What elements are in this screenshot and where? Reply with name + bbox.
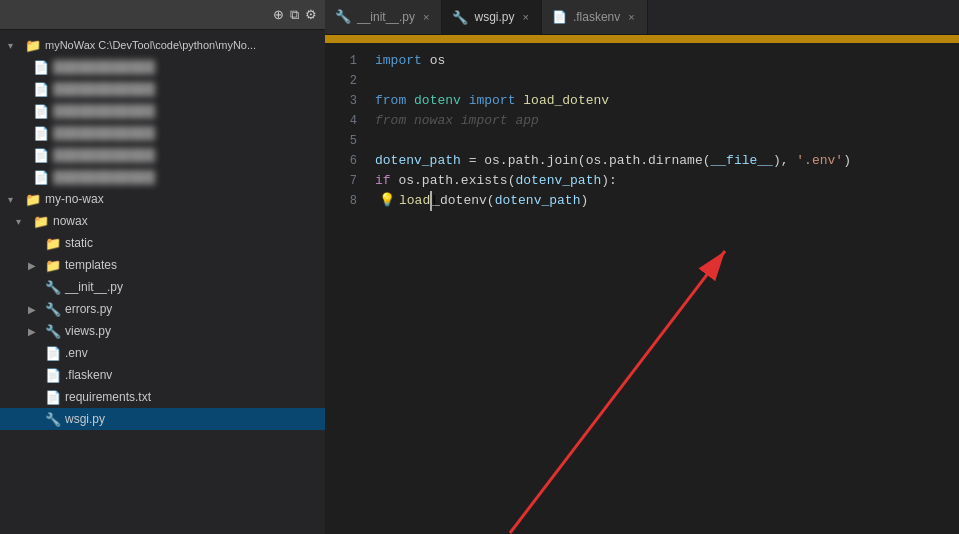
line-number-8: 8 <box>325 191 367 211</box>
tree-file-icon: 📁 <box>24 192 42 207</box>
tree-item-label: templates <box>65 258 117 272</box>
tree-item-wsgi[interactable]: 🔧wsgi.py <box>0 408 325 430</box>
tree-item-label: ████████████ <box>53 148 155 162</box>
tab-label: __init__.py <box>357 10 415 24</box>
tree-item-blur6[interactable]: 📄████████████ <box>0 166 325 188</box>
code-content[interactable]: import os from dotenv import load_dotenv… <box>367 43 959 534</box>
tree-file-icon: 📄 <box>32 104 50 119</box>
tab-icon: 📄 <box>552 10 567 24</box>
tree-item-label: ████████████ <box>53 60 155 74</box>
tree-item-my-no-wax[interactable]: ▾📁my-no-wax <box>0 188 325 210</box>
tree-file-icon: 📁 <box>44 236 62 251</box>
warning-banner <box>325 35 959 43</box>
tab-label: wsgi.py <box>474 10 514 24</box>
tab-icon: 🔧 <box>452 10 468 25</box>
tree-file-icon: 📄 <box>32 148 50 163</box>
tree-item-static[interactable]: 📁static <box>0 232 325 254</box>
tab-flaskenv[interactable]: 📄.flaskenv× <box>542 0 648 34</box>
split-icon[interactable]: ⧉ <box>290 7 299 23</box>
sidebar: ⊕ ⧉ ⚙ ▾📁myNoWax C:\DevTool\code\python\m… <box>0 0 325 534</box>
tree-item-errors[interactable]: ▶🔧errors.py <box>0 298 325 320</box>
tree-item-label: .env <box>65 346 88 360</box>
tree-item-blur1[interactable]: 📄████████████ <box>0 56 325 78</box>
tree-item-label: myNoWax C:\DevTool\code\python\myNo... <box>45 39 256 51</box>
tree-item-label: static <box>65 236 93 250</box>
line-numbers: 12345678 <box>325 43 367 534</box>
tree-file-icon: 🔧 <box>44 324 62 339</box>
file-tree: ▾📁myNoWax C:\DevTool\code\python\myNo...… <box>0 30 325 534</box>
tree-item-templates[interactable]: ▶📁templates <box>0 254 325 276</box>
tree-item-label: ████████████ <box>53 104 155 118</box>
sidebar-header: ⊕ ⧉ ⚙ <box>0 0 325 30</box>
tree-arrow-icon: ▾ <box>8 194 22 205</box>
tab-bar: 🔧__init__.py×🔧wsgi.py×📄.flaskenv× <box>325 0 959 35</box>
code-line-8: 💡load|_dotenv(dotenv_path) <box>375 191 959 211</box>
code-line-7: if os.path.exists(dotenv_path): <box>375 171 959 191</box>
add-icon[interactable]: ⊕ <box>273 7 284 22</box>
code-editor[interactable]: 12345678 import os from dotenv import lo… <box>325 43 959 534</box>
line-number-1: 1 <box>325 51 367 71</box>
line-number-2: 2 <box>325 71 367 91</box>
tree-file-icon: 📁 <box>32 214 50 229</box>
tree-arrow-icon: ▾ <box>16 216 30 227</box>
tree-item-blur4[interactable]: 📄████████████ <box>0 122 325 144</box>
tree-file-icon: 📁 <box>44 258 62 273</box>
tree-item-nowax[interactable]: ▾📁nowax <box>0 210 325 232</box>
code-line-5 <box>375 131 959 151</box>
tree-file-icon: 🔧 <box>44 412 62 427</box>
gear-icon[interactable]: ⚙ <box>305 7 317 22</box>
tab-wsgi[interactable]: 🔧wsgi.py× <box>442 0 541 34</box>
tree-file-icon: 📄 <box>44 390 62 405</box>
tree-item-label: __init__.py <box>65 280 123 294</box>
code-line-6: dotenv_path = os.path.join(os.path.dirna… <box>375 151 959 171</box>
tree-item-flaskenv[interactable]: 📄.flaskenv <box>0 364 325 386</box>
tree-item-label: ████████████ <box>53 126 155 140</box>
tree-item-label: views.py <box>65 324 111 338</box>
tree-item-blur2[interactable]: 📄████████████ <box>0 78 325 100</box>
tree-file-icon: 📄 <box>32 126 50 141</box>
editor-area: 🔧__init__.py×🔧wsgi.py×📄.flaskenv× 123456… <box>325 0 959 534</box>
line-number-6: 6 <box>325 151 367 171</box>
tree-arrow-icon: ▶ <box>28 304 42 315</box>
tree-file-icon: 📄 <box>44 346 62 361</box>
tab-close-button[interactable]: × <box>521 10 531 24</box>
line-number-4: 4 <box>325 111 367 131</box>
tab-icon: 🔧 <box>335 9 351 24</box>
tab-close-button[interactable]: × <box>421 10 431 24</box>
tree-item-env[interactable]: 📄.env <box>0 342 325 364</box>
line-number-3: 3 <box>325 91 367 111</box>
tree-item-label: .flaskenv <box>65 368 112 382</box>
tree-arrow-icon: ▶ <box>28 326 42 337</box>
tab-init[interactable]: 🔧__init__.py× <box>325 0 442 34</box>
tree-file-icon: 📄 <box>32 60 50 75</box>
tree-file-icon: 📄 <box>32 82 50 97</box>
tree-item-root[interactable]: ▾📁myNoWax C:\DevTool\code\python\myNo... <box>0 34 325 56</box>
tree-file-icon: 📄 <box>44 368 62 383</box>
code-line-1: import os <box>375 51 959 71</box>
code-line-3: from dotenv import load_dotenv <box>375 91 959 111</box>
tree-file-icon: 🔧 <box>44 302 62 317</box>
code-line-2 <box>375 71 959 91</box>
tree-item-label: requirements.txt <box>65 390 151 404</box>
tab-close-button[interactable]: × <box>626 10 636 24</box>
tree-arrow-icon: ▾ <box>8 40 22 51</box>
tree-file-icon: 📁 <box>24 38 42 53</box>
tree-item-blur5[interactable]: 📄████████████ <box>0 144 325 166</box>
tree-item-requirements[interactable]: 📄requirements.txt <box>0 386 325 408</box>
tree-item-views[interactable]: ▶🔧views.py <box>0 320 325 342</box>
tree-item-label: ████████████ <box>53 82 155 96</box>
tree-item-label: errors.py <box>65 302 112 316</box>
line-number-7: 7 <box>325 171 367 191</box>
tree-item-label: nowax <box>53 214 88 228</box>
tree-item-__init__py[interactable]: 🔧__init__.py <box>0 276 325 298</box>
tree-item-label: ████████████ <box>53 170 155 184</box>
tree-file-icon: 🔧 <box>44 280 62 295</box>
tab-label: .flaskenv <box>573 10 620 24</box>
tree-item-label: wsgi.py <box>65 412 105 426</box>
line-number-5: 5 <box>325 131 367 151</box>
tree-item-blur3[interactable]: 📄████████████ <box>0 100 325 122</box>
tree-file-icon: 📄 <box>32 170 50 185</box>
code-line-4: from nowax import app <box>375 111 959 131</box>
tree-item-label: my-no-wax <box>45 192 104 206</box>
tree-arrow-icon: ▶ <box>28 260 42 271</box>
